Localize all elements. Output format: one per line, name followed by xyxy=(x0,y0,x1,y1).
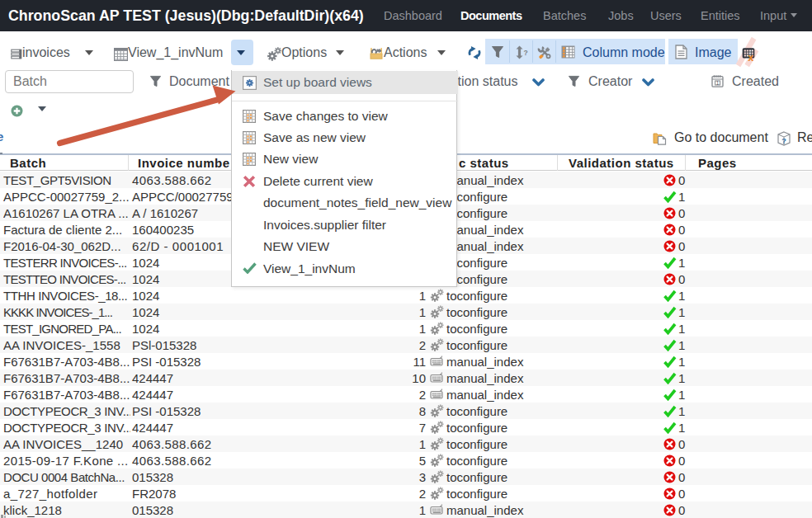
svg-text:1: 1 xyxy=(716,80,720,86)
svg-text:?: ? xyxy=(781,137,786,145)
svg-text:x: x xyxy=(748,52,754,64)
svg-text:?: ? xyxy=(524,49,528,57)
